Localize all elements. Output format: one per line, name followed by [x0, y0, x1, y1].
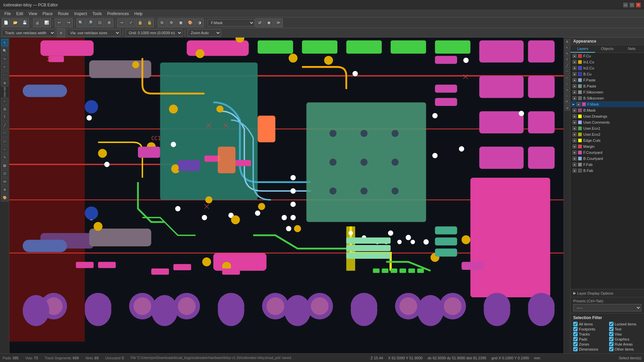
add-rule-area-tool[interactable]: ⊡ [1, 170, 8, 177]
tab-objects[interactable]: Objects [595, 45, 620, 53]
drc-button[interactable]: ✓ [126, 18, 135, 27]
layer-item-fsilkscreen[interactable]: ● F.Silkscreen [571, 89, 644, 95]
grid-selector[interactable]: Grid: 0.1000 mm (0.0039 in) [125, 29, 182, 37]
scripting-console[interactable]: ≫ [1, 178, 8, 185]
right-tool-12[interactable]: ⇲ [565, 105, 570, 111]
menu-file[interactable]: File [2, 11, 13, 16]
close-button[interactable]: ✕ [636, 3, 641, 7]
layer-visibility-bsilkscreen[interactable]: ● [573, 96, 577, 100]
layer-item-fpaste[interactable]: ● F.Paste [571, 77, 644, 83]
layer-item-bmask[interactable]: ● B.Mask [571, 107, 644, 113]
layer-item-fcourtyard[interactable]: ● F.Courtyard [571, 149, 644, 156]
sf-checkbox-zones[interactable] [573, 342, 578, 346]
add-line-tool[interactable]: ╱ [1, 122, 8, 129]
right-tool-9[interactable]: ∿ [565, 87, 570, 93]
layer-item-bcourtyard[interactable]: ● B.Courtyard [571, 156, 644, 162]
layer-visibility-fsilkscreen[interactable]: ● [573, 90, 577, 94]
zoom-out-button[interactable]: 🔎 [86, 18, 95, 27]
highlight-net-button[interactable]: ◉ [265, 18, 273, 27]
layer-item-edgecuts[interactable]: ● Edge.Cuts [571, 137, 644, 143]
layer-item-usereco1[interactable]: ● User.Eco1 [571, 125, 644, 131]
sf-checkbox-vias[interactable] [609, 332, 613, 336]
right-tool-10[interactable]: ↔ [565, 93, 570, 99]
edit-tool[interactable]: ✎ [1, 154, 8, 161]
footprint-tool[interactable]: ⊞ [1, 106, 8, 113]
via-size-selector[interactable]: Via: use netclass sizes [67, 29, 120, 37]
layer-visibility-bcu[interactable]: ● [573, 72, 577, 76]
route-track-tool[interactable]: ∿ [1, 55, 8, 62]
sf-checkbox-footprints[interactable] [573, 327, 578, 331]
route-button[interactable]: ⊸ [117, 18, 126, 27]
right-tool-3[interactable]: ✎ [565, 51, 570, 56]
layer-display-options-toggle[interactable]: ▶ Layer Display Options [573, 291, 641, 295]
layer-item-bsilkscreen[interactable]: ● B.Silkscreen [571, 95, 644, 101]
right-tool-11[interactable]: ⇱ [565, 99, 570, 105]
add-rect-tool[interactable]: □ [1, 138, 8, 145]
undo-button[interactable]: ↩ [55, 18, 63, 27]
menu-help[interactable]: Help [131, 11, 145, 16]
save-button[interactable]: 💾 [20, 18, 29, 27]
paint-tool[interactable]: 🎨 [1, 194, 8, 201]
sf-checkbox-text[interactable] [609, 327, 613, 331]
presets-dropdown[interactable]: ----- [573, 304, 641, 311]
sf-checkbox-tracks[interactable] [573, 332, 578, 336]
sf-checkbox-dimensions[interactable] [573, 347, 578, 351]
net-inspector-button[interactable]: ⧉ [158, 18, 166, 27]
layer-visibility-edgecuts[interactable]: ● [573, 138, 577, 142]
layer-item-bcu[interactable]: ● B.Cu [571, 71, 644, 77]
track-width-selector[interactable]: Track: use netclass width [2, 29, 55, 37]
select-tool[interactable]: ↖ [1, 39, 8, 46]
layer-selector[interactable]: F.Mask F.Cu B.Cu [208, 19, 255, 26]
redo-button[interactable]: ↪ [64, 18, 73, 27]
right-tool-4[interactable]: T [565, 57, 570, 62]
add-pad-tool[interactable]: ⊕ [1, 79, 8, 86]
layer-visibility-margin[interactable]: ● [573, 144, 577, 148]
layer-item-bfab[interactable]: ● B.Fab [571, 168, 644, 174]
layer-visibility-bpaste[interactable]: ● [573, 84, 577, 88]
layer-item-userdrawings[interactable]: ● User.Drawings [571, 113, 644, 119]
layer-visibility-ffab[interactable]: ● [573, 163, 577, 167]
sf-checkbox-graphics[interactable] [609, 337, 613, 341]
layer-item-ffab[interactable]: ● F.Fab [571, 162, 644, 168]
3d-viewer-button[interactable]: ▣ [176, 18, 185, 27]
layer-visibility-bmask[interactable]: ● [573, 108, 577, 112]
tab-layers[interactable]: Layers [571, 45, 595, 53]
flip-board-button[interactable]: ⇄ [255, 18, 264, 27]
layer-visibility-usercomments[interactable]: ● [573, 120, 577, 124]
layer-visibility-in2cu[interactable]: ● [573, 66, 577, 70]
sf-checkbox-all[interactable] [573, 322, 578, 326]
add-zone-tool[interactable]: ▦ [1, 162, 8, 169]
add-arc-tool[interactable]: ◠ [1, 130, 8, 137]
maximize-button[interactable]: □ [630, 3, 634, 7]
track-width-settings[interactable]: ≡ [57, 28, 65, 37]
layer-item-margin[interactable]: ● Margin [571, 143, 644, 149]
unlock-button[interactable]: 🔓 [145, 18, 154, 27]
lock-button[interactable]: 🔒 [136, 18, 145, 27]
right-tool-7[interactable]: □ [565, 75, 570, 80]
minimize-button[interactable]: — [623, 3, 628, 7]
plot-button[interactable]: 📊 [42, 18, 51, 27]
layer-item-bpaste[interactable]: ● B.Paste [571, 83, 644, 89]
route-diff-pair-tool[interactable]: ≈ [1, 63, 8, 70]
layer-visibility-userdrawings[interactable]: ● [573, 114, 577, 118]
hide-layers-button[interactable]: ◑ [195, 18, 204, 27]
layer-item-fmask[interactable]: ▶ ● F.Mask [571, 101, 644, 107]
layer-visibility-usereco2[interactable]: ● [573, 132, 577, 136]
tune-skew-tool[interactable]: ⋯ [1, 71, 8, 78]
right-tool-5[interactable]: ╱ [565, 63, 570, 68]
layer-visibility-bcourtyard[interactable]: ● [573, 157, 577, 161]
layer-visibility-bfab[interactable]: ● [573, 169, 577, 173]
open-button[interactable]: 📂 [11, 18, 20, 27]
layer-visibility-fcu[interactable]: ● [573, 54, 577, 58]
new-button[interactable]: 📄 [2, 18, 10, 27]
layer-visibility-in1cu[interactable]: ● [573, 60, 577, 64]
sf-checkbox-pads[interactable] [573, 337, 578, 341]
layer-visibility-fcourtyard[interactable]: ● [573, 150, 577, 155]
right-tool-6[interactable]: ◠ [565, 69, 570, 74]
menu-route[interactable]: Route [55, 11, 71, 16]
menu-tools[interactable]: Tools [90, 11, 105, 16]
board-setup-button[interactable]: ⚙ [167, 18, 176, 27]
tab-nets[interactable]: Nets [620, 45, 644, 53]
sf-checkbox-rule-areas[interactable] [609, 342, 613, 346]
pcb-canvas[interactable]: CC1 [9, 38, 564, 353]
